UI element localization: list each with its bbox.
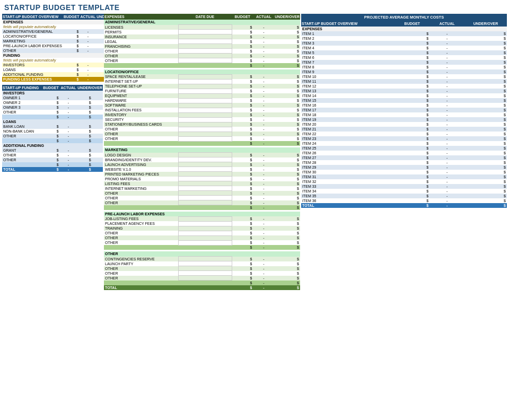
middle-subtotal: $ - $	[104, 245, 300, 250]
right-item-row: ITEM 11 $ - $	[301, 79, 507, 84]
overview-col-actual: ACTUAL	[80, 14, 96, 20]
right-item-row: ITEM 21 $ - $	[301, 127, 507, 132]
middle-row: CONTINGENCIES RESERVE $ - $	[104, 257, 300, 261]
middle-section-label-admin: ADMINISTRATIVE/GENERAL	[104, 20, 300, 25]
middle-row: SPACE RENTAL/LEASE $ - $	[104, 74, 300, 79]
right-item-row: ITEM 32 $ - $	[301, 179, 507, 184]
middle-subtotal: $ - $	[104, 281, 300, 285]
middle-row: OTHER $ - $	[104, 231, 300, 235]
middle-section-label-prelaunch: PRE-LAUNCH LABOR EXPENSES	[104, 212, 300, 217]
proj-col-underover: UNDER/OVER	[464, 21, 507, 27]
proj-col-budget: BUDGET	[395, 21, 430, 27]
right-item-row: ITEM 16 $ - $	[301, 103, 507, 108]
middle-row: OTHER $ - $	[104, 200, 300, 205]
middle-row: PERMITS $ - $	[104, 30, 300, 34]
middle-row: EQUIPMENT $ - $	[104, 93, 300, 98]
middle-row: INTERNET SET-UP $ - $	[104, 79, 300, 84]
right-item-row: ITEM 28 $ - $	[301, 160, 507, 165]
middle-row: OTHER $ - $	[104, 49, 300, 54]
funding-less-label: FUNDING LESS EXPENSES	[2, 77, 63, 82]
investor-row-2: OWNER 2	[2, 100, 42, 105]
right-item-row: ITEM 22 $ - $	[301, 132, 507, 136]
funding-col-actual: ACTUAL	[60, 85, 77, 91]
right-item-row: ITEM 24 $ - $	[301, 141, 507, 146]
right-item-row: ITEM 6 $ - $	[301, 55, 507, 60]
right-item-row: ITEM 9 $ - $	[301, 69, 507, 74]
proj-col-actual: ACTUAL	[429, 21, 464, 27]
expenses-col-date: DATE DUE	[178, 14, 232, 20]
expense-row-prelaunch: PRE-LAUNCH LABOR EXPENSES	[2, 43, 63, 48]
expense-row-marketing: MARKETING	[2, 39, 63, 43]
loan-row-nonbank: NON-BANK LOAN	[2, 129, 42, 134]
overview-col-label: START-UP BUDGET OVERVIEW	[2, 14, 63, 20]
expenses-col-label: EXPENSES	[104, 14, 178, 20]
middle-row: OTHER $ - $	[104, 235, 300, 240]
right-item-row: ITEM 14 $ - $	[301, 93, 507, 98]
right-item-row: ITEM 12 $ - $	[301, 84, 507, 89]
projected-title: PROJECTED AVERAGE MONTHLY COSTS	[301, 14, 507, 21]
right-item-row: ITEM 35 $ - $	[301, 194, 507, 198]
middle-subtotal: $ - $	[104, 141, 300, 146]
right-item-row: ITEM 29 $ - $	[301, 165, 507, 170]
middle-row: PRINTED MARKETING PIECES $ - $	[104, 172, 300, 177]
right-item-row: ITEM 10 $ - $	[301, 74, 507, 79]
right-item-row: ITEM 30 $ - $	[301, 170, 507, 174]
expenses-col-budget: BUDGET	[232, 14, 253, 20]
right-item-row: ITEM 4 $ - $	[301, 46, 507, 50]
right-item-row: ITEM 27 $ - $	[301, 155, 507, 160]
right-item-row: ITEM 31 $ - $	[301, 174, 507, 179]
middle-section-label-marketing: MARKETING	[104, 147, 300, 153]
right-item-row: ITEM 7 $ - $	[301, 60, 507, 65]
right-item-row: ITEM 5 $ - $	[301, 50, 507, 55]
middle-row: LAUNCH PARTY $ - $	[104, 261, 300, 266]
overview-col-budget: BUDGET	[63, 14, 80, 20]
right-item-row: ITEM 2 $ - $	[301, 36, 507, 41]
middle-row: OTHER $ - $	[104, 127, 300, 132]
investors-label: INVESTORS	[2, 91, 103, 95]
middle-row: LAUNCH ADVERTISING $ - $	[104, 162, 300, 167]
right-item-row: ITEM 20 $ - $	[301, 122, 507, 127]
middle-row: OTHER $ - $	[104, 266, 300, 271]
investor-row-1: OWNER 1	[2, 95, 42, 100]
middle-row: OTHER $ - $	[104, 271, 300, 276]
middle-row: FRANCHISING $ - $	[104, 44, 300, 49]
loan-row-other: OTHER	[2, 134, 42, 138]
middle-subtotal: $ - $	[104, 63, 300, 68]
funding-row-additional: ADDITIONAL FUNDING	[2, 72, 63, 77]
middle-row: PROMO MATERIALS $ - $	[104, 177, 300, 181]
middle-row: OTHER $ - $	[104, 240, 300, 245]
right-item-row: ITEM 34 $ - $	[301, 189, 507, 194]
funding-col-label: START-UP FUNDING	[2, 85, 42, 91]
expenses-col-actual: ACTUAL	[253, 14, 274, 20]
middle-row: INVENTORY $ - $	[104, 112, 300, 117]
middle-row: INTERNET MARKETING $ - $	[104, 186, 300, 191]
right-item-row: ITEM 8 $ - $	[301, 65, 507, 69]
projected-table: START-UP BUDGET OVERVIEW BUDGET ACTUAL U…	[301, 21, 507, 208]
middle-row: OTHER $ - $	[104, 58, 300, 63]
expense-row-admin: ADMINISTRATIVE/GENERAL	[2, 29, 63, 34]
funding-col-budget: BUDGET	[42, 85, 59, 91]
right-item-row: ITEM 26 $ - $	[301, 151, 507, 155]
loans-label: LOANS	[2, 119, 103, 124]
middle-row: JOB-LISTING FEES $ - $	[104, 216, 300, 221]
right-panel: PROJECTED AVERAGE MONTHLY COSTS START-UP…	[301, 14, 507, 292]
middle-row: TELEPHONE SET-UP $ - $	[104, 84, 300, 89]
middle-row: LICENSES $ - $	[104, 25, 300, 30]
middle-row: INSURANCE $ - $	[104, 34, 300, 39]
right-item-row: ITEM 13 $ - $	[301, 89, 507, 93]
loan-row-bank: BANK LOAN	[2, 124, 42, 129]
middle-row: SECURITY $ - $	[104, 117, 300, 122]
middle-row: OTHER $ - $	[104, 276, 300, 281]
middle-section-label-location: LOCATION/OFFICE	[104, 69, 300, 75]
middle-row: STATIONERY/BUSINESS CARDS $ - $	[104, 122, 300, 127]
right-item-row: ITEM 25 $ - $	[301, 146, 507, 151]
right-item-row: ITEM 19 $ - $	[301, 117, 507, 122]
investor-row-3: OWNER 3	[2, 105, 42, 110]
right-item-row: ITEM 15 $ - $	[301, 98, 507, 103]
expenses-col-underover: UNDER/OVER	[274, 14, 300, 20]
right-item-row: ITEM 3 $ - $	[301, 41, 507, 46]
middle-row: SOFTWARE $ - $	[104, 103, 300, 108]
right-item-row: ITEM 18 $ - $	[301, 112, 507, 117]
expense-row-other: OTHER	[2, 48, 63, 53]
middle-section-label-other: OTHER	[104, 251, 300, 257]
